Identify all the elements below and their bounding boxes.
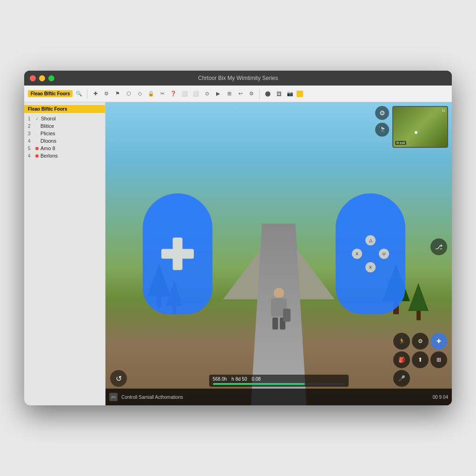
scope-hud-button[interactable]: 🔭 — [375, 123, 389, 137]
minimap-inner: R exit 11 — [393, 107, 447, 147]
player-body — [271, 298, 287, 317]
face-btn-circle[interactable]: U — [379, 249, 389, 259]
toolbar-sep-2 — [259, 89, 260, 99]
item-num-6: 4 — [28, 153, 33, 159]
face-buttons[interactable]: △ X U X — [352, 235, 389, 272]
close-button[interactable] — [30, 75, 36, 81]
sidebar: Fleao Blftic Foors 1 ✓ Shorol 2 Blitice … — [24, 102, 106, 405]
br-btn-3[interactable]: ✚ — [430, 333, 447, 350]
health-fill — [213, 383, 305, 385]
bottom-right-hud: 🏃 ⚙ ✚ 🎒 ⬆ ⊞ 🎤 — [393, 333, 447, 387]
stat-time: 0.08 — [251, 377, 260, 382]
minimize-button[interactable] — [39, 75, 45, 81]
br-btn-6[interactable]: ⊞ — [430, 351, 447, 368]
toolbar-undo-icon[interactable]: ↩ — [236, 89, 245, 99]
toolbar-img2-icon[interactable]: 📷 — [285, 89, 295, 99]
refresh-button[interactable]: ↺ — [110, 370, 127, 387]
toolbar-img1-icon[interactable]: 🖼 — [274, 89, 284, 99]
toolbar-play-icon[interactable]: ▶ — [213, 89, 223, 99]
stat-label-1: 568.0h — [213, 377, 227, 382]
toolbar: Fleao Blftic Foors 🔍 ✚ ⚙ ⚑ ⬡ ◇ 🔒 ✂ ❓ ⬜ ⬜… — [24, 86, 452, 102]
br-btn-2[interactable]: ⚙ — [412, 333, 429, 350]
window-title: Chrtoor Bix My Wimtimity Series — [198, 75, 278, 81]
item-label-2: Blitice — [40, 123, 54, 129]
status-time: 00 9 04 — [433, 395, 448, 400]
right-hud: ⎇ — [430, 238, 447, 255]
mac-window: Chrtoor Bix My Wimtimity Series Fleao Bl… — [24, 71, 452, 405]
player-leg-left — [272, 317, 278, 330]
traffic-lights — [30, 75, 54, 81]
br-btn-5[interactable]: ⬆ — [412, 351, 429, 368]
toolbar-box2-icon[interactable]: ⬜ — [191, 89, 200, 99]
share-hud-button[interactable]: ⎇ — [430, 238, 447, 255]
toolbar-box1-icon[interactable]: ⬜ — [180, 89, 189, 99]
item-dot-5 — [35, 147, 39, 150]
sidebar-item-2[interactable]: 2 Blitice — [24, 122, 105, 130]
sidebar-item-5[interactable]: 5 Amo 8 — [24, 145, 105, 152]
toolbar-gear-icon[interactable]: ⚙ — [102, 89, 111, 99]
sidebar-item-3[interactable]: 3 Plicies — [24, 130, 105, 137]
stat-label-2: h 8d 50 — [231, 377, 247, 382]
item-num-2: 2 — [28, 124, 33, 129]
item-dot-3 — [35, 132, 39, 135]
item-label-6: Berlons — [40, 153, 58, 159]
toolbar-flag-icon[interactable]: ⚑ — [113, 89, 122, 99]
hud-stats-row: 568.0h h 8d 50 0.08 — [213, 377, 345, 382]
br-btn-4[interactable]: 🎒 — [393, 351, 410, 368]
minimap: R exit 11 — [392, 106, 448, 148]
sidebar-header: Fleao Blftic Foors — [24, 105, 105, 113]
sidebar-item-4[interactable]: 4 Dloons — [24, 137, 105, 145]
sidebar-item-1[interactable]: 1 ✓ Shorol — [24, 115, 105, 122]
toolbar-help-icon[interactable]: ❓ — [169, 89, 178, 99]
item-dot-6 — [35, 154, 39, 158]
minimap-scale: 11 — [442, 109, 445, 112]
br-btn-mic[interactable]: 🎤 — [393, 370, 410, 387]
player-backpack — [283, 309, 291, 322]
item-num-3: 3 — [28, 131, 33, 136]
status-bar: 🎮 Controll Samiall Acthomations 00 9 04 — [106, 389, 452, 405]
toolbar-label: Fleao Blftic Foors — [28, 90, 73, 97]
item-label-4: Dloons — [40, 138, 56, 144]
item-label-3: Plicies — [40, 131, 55, 136]
item-num-5: 5 — [28, 146, 33, 151]
left-controller[interactable] — [143, 193, 212, 314]
item-num-1: 1 — [28, 116, 33, 121]
toolbar-diamond-icon[interactable]: ◇ — [135, 89, 145, 99]
face-btn-triangle[interactable]: △ — [365, 235, 376, 245]
toolbar-clip-icon[interactable]: ✂ — [158, 89, 167, 99]
item-label-5: Amo 8 — [40, 145, 55, 151]
right-controller[interactable]: △ X U X — [336, 193, 405, 314]
hud-stats-panel: 568.0h h 8d 50 0.08 — [209, 375, 349, 387]
top-right-hud: ⚙ 🔭 — [375, 106, 389, 137]
toolbar-sep-1 — [87, 89, 87, 99]
toolbar-yellow-sq[interactable] — [297, 91, 303, 97]
toolbar-settings-icon[interactable]: ⚙ — [247, 89, 256, 99]
toolbar-zoom-icon[interactable]: 🔍 — [74, 89, 84, 99]
minimap-player-dot — [415, 131, 417, 134]
item-dot-2 — [35, 125, 39, 128]
face-btn-x-left[interactable]: X — [352, 249, 362, 259]
toolbar-record-icon[interactable]: ⬤ — [263, 89, 272, 99]
dpad[interactable] — [161, 238, 194, 270]
bottom-left-hud: ↺ — [110, 370, 127, 387]
settings-hud-button[interactable]: ⚙ — [375, 106, 389, 120]
status-text: Controll Samiall Acthomations — [121, 395, 183, 400]
item-dot-4 — [35, 139, 39, 143]
toolbar-grid-icon[interactable]: ⊞ — [225, 89, 234, 99]
main-area: Fleao Blftic Foors 1 ✓ Shorol 2 Blitice … — [24, 102, 452, 405]
health-bar — [213, 383, 345, 385]
toolbar-lock-icon[interactable]: 🔒 — [146, 89, 156, 99]
face-btn-x-bottom[interactable]: X — [365, 262, 376, 272]
status-icon-1: 🎮 — [109, 393, 118, 401]
sidebar-item-6[interactable]: 4 Berlons — [24, 152, 105, 159]
maximize-button[interactable] — [48, 75, 54, 81]
toolbar-circle-icon[interactable]: ⊙ — [202, 89, 212, 99]
title-bar: Chrtoor Bix My Wimtimity Series — [24, 71, 452, 86]
tree-right-2 — [408, 283, 429, 320]
player-head — [274, 288, 284, 298]
item-num-4: 4 — [28, 139, 33, 144]
toolbar-add-icon[interactable]: ✚ — [91, 89, 100, 99]
toolbar-hex-icon[interactable]: ⬡ — [124, 89, 133, 99]
br-btn-1[interactable]: 🏃 — [393, 333, 410, 350]
dpad-vertical[interactable] — [173, 238, 183, 270]
